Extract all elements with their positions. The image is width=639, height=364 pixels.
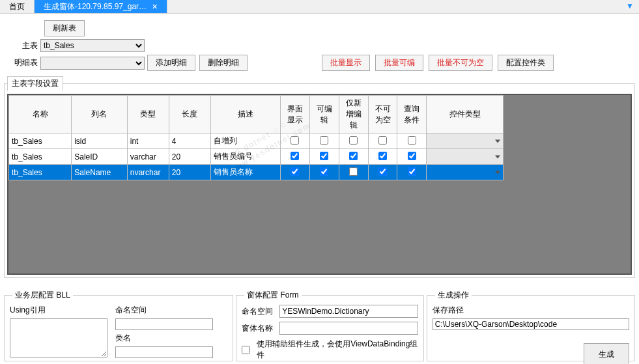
gen-fieldset: 生成操作 保存路径 生成 — [427, 290, 635, 361]
bll-fieldset: 业务层配置 BLL Using引用 命名空间 类名 — [4, 290, 233, 361]
tab-bar: 首页 生成窗体-120.79.85.97_gar… ✕ ▼ — [0, 0, 639, 14]
detail-table-select[interactable] — [40, 57, 145, 70]
checkbox-notNull[interactable] — [378, 152, 387, 160]
cell[interactable]: varchar — [127, 149, 169, 165]
namespace-label: 命名空间 — [115, 305, 213, 316]
control-type-combo[interactable] — [427, 165, 504, 180]
tab-generate-form[interactable]: 生成窗体-120.79.85.97_gar… ✕ — [35, 0, 167, 13]
table-row[interactable]: tb_SalesSaleNamenvarchar20销售员名称 — [9, 165, 504, 180]
th-col[interactable]: 列名 — [72, 96, 128, 133]
th-show[interactable]: 界面显示 — [280, 96, 309, 133]
refresh-button[interactable]: 刷新表 — [44, 20, 85, 36]
th-desc[interactable]: 描述 — [211, 96, 281, 133]
cell[interactable]: 自增列 — [211, 133, 281, 149]
checkbox-notNull[interactable] — [378, 167, 387, 176]
add-detail-button[interactable]: 添加明细 — [147, 55, 195, 71]
using-label: Using引用 — [10, 305, 107, 316]
form-ns-label: 命名空间 — [242, 306, 276, 317]
checkbox-notNull[interactable] — [378, 136, 387, 145]
field-settings-legend: 主表字段设置 — [7, 76, 63, 91]
checkbox-query[interactable] — [408, 152, 416, 160]
form-fieldset: 窗体配置 Form 命名空间 窗体名称 使用辅助组件生成，会使用ViewData… — [236, 290, 424, 361]
class-input[interactable] — [115, 346, 213, 358]
batch-show-button[interactable]: 批量显示 — [322, 55, 370, 71]
tab-home[interactable]: 首页 — [0, 0, 35, 13]
checkbox-newEdit[interactable] — [349, 136, 358, 145]
cell[interactable]: 20 — [169, 165, 210, 180]
th-newedit[interactable]: 仅新增编辑 — [339, 96, 368, 133]
batch-edit-button[interactable]: 批量可编 — [375, 55, 423, 71]
checkbox-show[interactable] — [291, 167, 299, 176]
checkbox-newEdit[interactable] — [349, 167, 358, 176]
form-name-label: 窗体名称 — [242, 323, 276, 334]
th-name[interactable]: 名称 — [9, 96, 72, 133]
checkbox-query[interactable] — [408, 167, 416, 176]
cell[interactable]: tb_Sales — [9, 133, 72, 149]
bottom-panels: 业务层配置 BLL Using引用 命名空间 类名 窗体配置 Form 命名空间… — [0, 290, 639, 361]
checkbox-newEdit[interactable] — [349, 152, 358, 160]
th-notnull[interactable]: 不可为空 — [368, 96, 397, 133]
cell[interactable]: 销售员名称 — [211, 165, 281, 180]
th-query[interactable]: 查询条件 — [397, 96, 427, 133]
gen-legend: 生成操作 — [435, 290, 472, 301]
form-legend: 窗体配置 Form — [244, 290, 301, 301]
class-label: 类名 — [115, 333, 213, 344]
delete-detail-button[interactable]: 删除明细 — [199, 55, 248, 71]
cell[interactable]: SaleID — [72, 149, 128, 165]
path-label: 保存路径 — [433, 305, 629, 316]
cell[interactable]: 20 — [169, 149, 210, 165]
th-ctrl[interactable]: 控件类型 — [427, 96, 504, 133]
generate-button[interactable]: 生成 — [584, 343, 629, 364]
main-table-label: 主表 — [4, 40, 38, 51]
checkbox-show[interactable] — [291, 136, 299, 145]
cell[interactable]: isid — [72, 133, 128, 149]
cell[interactable]: tb_Sales — [9, 165, 72, 180]
checkbox-edit[interactable] — [320, 152, 328, 160]
main-table-select[interactable]: tb_Sales — [40, 39, 145, 52]
batch-notnull-button[interactable]: 批量不可为空 — [429, 55, 492, 71]
cell[interactable]: nvarchar — [127, 165, 169, 180]
tabs-dropdown-icon[interactable]: ▼ — [621, 0, 639, 13]
main-panel: 刷新表 主表 tb_Sales 明细表 添加明细 删除明细 批量显示 批量可编 … — [0, 14, 639, 278]
config-control-button[interactable]: 配置控件类 — [498, 55, 554, 71]
bll-legend: 业务层配置 BLL — [12, 290, 73, 301]
control-type-combo[interactable] — [427, 149, 504, 165]
control-type-combo[interactable] — [427, 133, 504, 149]
cell[interactable]: tb_Sales — [9, 149, 72, 165]
checkbox-show[interactable] — [291, 152, 299, 160]
form-name-input[interactable] — [279, 322, 418, 335]
tab-label: 生成窗体-120.79.85.97_gar… — [44, 1, 147, 12]
fields-table: 名称 列名 类型 长度 描述 界面显示 可编辑 仅新增编辑 不可为空 查询条件 … — [8, 95, 504, 180]
cell[interactable]: SaleName — [72, 165, 128, 180]
th-type[interactable]: 类型 — [127, 96, 169, 133]
table-row[interactable]: tb_SalesSaleIDvarchar20销售员编号 — [9, 149, 504, 165]
table-row[interactable]: tb_Salesisidint4自增列 — [9, 133, 504, 149]
th-len[interactable]: 长度 — [169, 96, 210, 133]
field-settings-fieldset: 主表字段设置 名称 列名 类型 长度 描述 界面显示 可编辑 仅新增编辑 不可为… — [4, 76, 635, 278]
cell[interactable]: 销售员编号 — [211, 149, 281, 165]
cell[interactable]: 4 — [169, 133, 210, 149]
namespace-input[interactable] — [115, 318, 213, 330]
checkbox-edit[interactable] — [320, 167, 328, 176]
close-icon[interactable]: ✕ — [152, 3, 158, 11]
cell[interactable]: int — [127, 133, 169, 149]
th-edit[interactable]: 可编辑 — [309, 96, 339, 133]
form-ns-input[interactable] — [279, 305, 418, 318]
helper-label: 使用辅助组件生成，会使用ViewDataBinding组件 — [257, 339, 418, 361]
table-header-row: 名称 列名 类型 长度 描述 界面显示 可编辑 仅新增编辑 不可为空 查询条件 … — [9, 96, 504, 133]
detail-table-label: 明细表 — [4, 57, 38, 68]
path-input[interactable] — [433, 318, 629, 330]
checkbox-query[interactable] — [408, 136, 416, 145]
checkbox-edit[interactable] — [320, 136, 328, 145]
helper-checkbox[interactable] — [242, 346, 250, 354]
grid-container: 名称 列名 类型 长度 描述 界面显示 可编辑 仅新增编辑 不可为空 查询条件 … — [7, 94, 632, 275]
using-textarea[interactable] — [10, 318, 107, 357]
